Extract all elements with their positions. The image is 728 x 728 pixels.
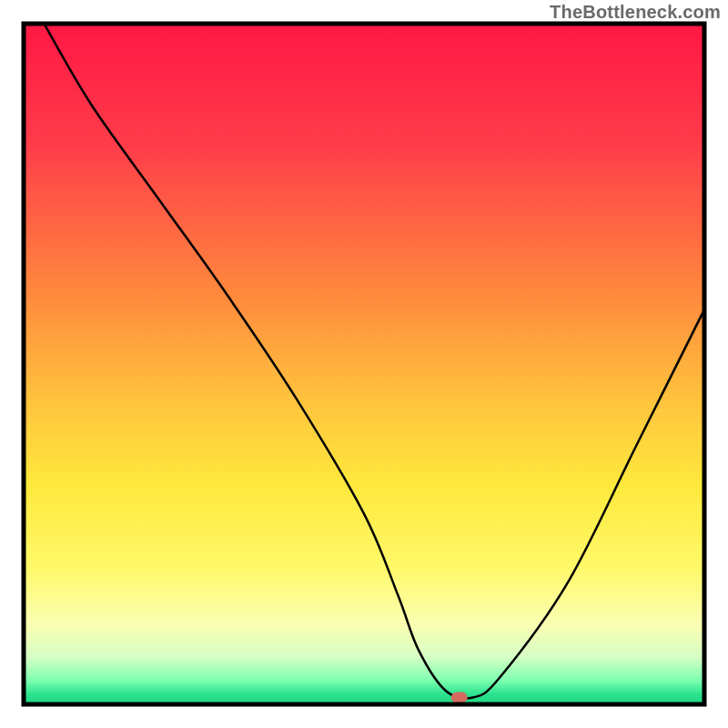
optimal-marker	[451, 693, 468, 703]
watermark-text: TheBottleneck.com	[550, 2, 721, 23]
bottleneck-chart	[0, 0, 728, 728]
chart-container: TheBottleneck.com	[0, 0, 728, 728]
plot-background	[24, 24, 704, 704]
